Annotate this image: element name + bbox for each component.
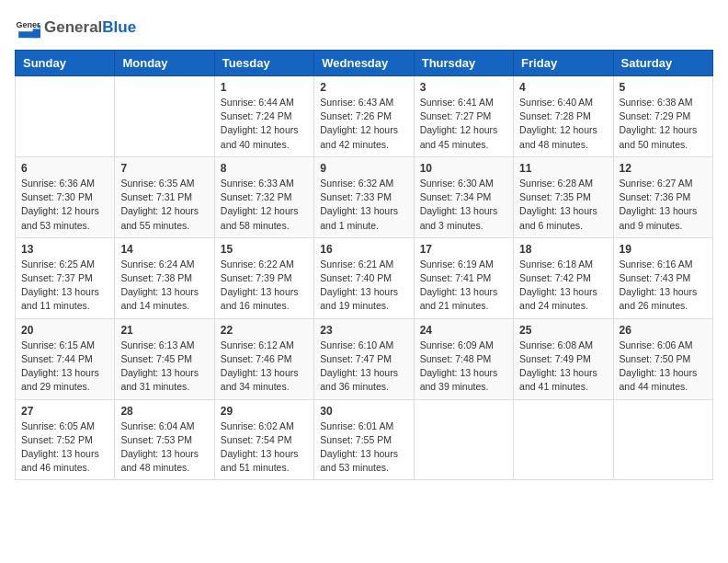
day-number: 27	[21, 405, 108, 418]
day-number: 10	[420, 162, 507, 175]
day-info: Sunrise: 6:16 AM Sunset: 7:43 PM Dayligh…	[620, 258, 707, 314]
calendar-day-header: Monday	[115, 51, 214, 76]
day-number: 21	[120, 324, 208, 337]
day-info: Sunrise: 6:08 AM Sunset: 7:49 PM Dayligh…	[519, 339, 607, 395]
day-info: Sunrise: 6:38 AM Sunset: 7:29 PM Dayligh…	[620, 96, 707, 152]
day-number: 1	[221, 81, 308, 94]
day-number: 7	[120, 162, 208, 175]
calendar-day-cell: 24Sunrise: 6:09 AM Sunset: 7:48 PM Dayli…	[414, 318, 513, 399]
day-info: Sunrise: 6:24 AM Sunset: 7:38 PM Dayligh…	[120, 258, 208, 314]
day-number: 12	[620, 162, 707, 175]
day-number: 25	[519, 324, 607, 337]
calendar-day-cell: 16Sunrise: 6:21 AM Sunset: 7:40 PM Dayli…	[314, 237, 414, 318]
day-number: 4	[519, 81, 607, 94]
day-info: Sunrise: 6:22 AM Sunset: 7:39 PM Dayligh…	[221, 258, 308, 314]
calendar-day-cell: 17Sunrise: 6:19 AM Sunset: 7:41 PM Dayli…	[414, 237, 513, 318]
calendar-day-cell: 1Sunrise: 6:44 AM Sunset: 7:24 PM Daylig…	[214, 76, 313, 157]
day-info: Sunrise: 6:10 AM Sunset: 7:47 PM Dayligh…	[320, 339, 407, 395]
calendar-day-header: Wednesday	[314, 51, 414, 76]
day-info: Sunrise: 6:15 AM Sunset: 7:44 PM Dayligh…	[21, 339, 108, 395]
calendar-week-row: 6Sunrise: 6:36 AM Sunset: 7:30 PM Daylig…	[16, 156, 713, 237]
day-info: Sunrise: 6:43 AM Sunset: 7:26 PM Dayligh…	[320, 96, 407, 152]
calendar-day-cell: 8Sunrise: 6:33 AM Sunset: 7:32 PM Daylig…	[214, 156, 313, 237]
day-info: Sunrise: 6:35 AM Sunset: 7:31 PM Dayligh…	[120, 177, 208, 233]
day-number: 16	[320, 243, 407, 256]
calendar-day-cell	[16, 76, 115, 157]
day-info: Sunrise: 6:01 AM Sunset: 7:55 PM Dayligh…	[320, 419, 407, 476]
day-info: Sunrise: 6:36 AM Sunset: 7:30 PM Dayligh…	[21, 177, 108, 233]
day-number: 6	[21, 162, 108, 175]
day-info: Sunrise: 6:30 AM Sunset: 7:34 PM Dayligh…	[420, 177, 507, 233]
day-info: Sunrise: 6:33 AM Sunset: 7:32 PM Dayligh…	[221, 177, 308, 233]
calendar-day-cell: 2Sunrise: 6:43 AM Sunset: 7:26 PM Daylig…	[314, 76, 414, 157]
calendar-week-row: 13Sunrise: 6:25 AM Sunset: 7:37 PM Dayli…	[16, 237, 713, 318]
calendar-week-row: 20Sunrise: 6:15 AM Sunset: 7:44 PM Dayli…	[16, 318, 713, 399]
calendar-header-row: SundayMondayTuesdayWednesdayThursdayFrid…	[16, 51, 713, 76]
svg-marker-2	[33, 29, 40, 38]
day-info: Sunrise: 6:04 AM Sunset: 7:53 PM Dayligh…	[120, 419, 208, 476]
calendar-day-cell: 23Sunrise: 6:10 AM Sunset: 7:47 PM Dayli…	[314, 318, 414, 399]
day-number: 3	[420, 81, 507, 94]
day-info: Sunrise: 6:12 AM Sunset: 7:46 PM Dayligh…	[221, 339, 308, 395]
day-number: 17	[420, 243, 507, 256]
day-info: Sunrise: 6:41 AM Sunset: 7:27 PM Dayligh…	[420, 96, 507, 152]
day-number: 19	[620, 243, 707, 256]
day-info: Sunrise: 6:02 AM Sunset: 7:54 PM Dayligh…	[221, 419, 308, 476]
calendar-day-cell: 22Sunrise: 6:12 AM Sunset: 7:46 PM Dayli…	[214, 318, 313, 399]
day-number: 20	[21, 324, 108, 337]
calendar-day-cell: 28Sunrise: 6:04 AM Sunset: 7:53 PM Dayli…	[115, 399, 214, 480]
day-number: 9	[320, 162, 407, 175]
day-info: Sunrise: 6:13 AM Sunset: 7:45 PM Dayligh…	[120, 339, 208, 395]
calendar-day-header: Tuesday	[214, 51, 313, 76]
day-info: Sunrise: 6:05 AM Sunset: 7:52 PM Dayligh…	[21, 419, 108, 476]
calendar-day-header: Thursday	[414, 51, 513, 76]
day-info: Sunrise: 6:44 AM Sunset: 7:24 PM Dayligh…	[221, 96, 308, 152]
calendar-day-cell: 25Sunrise: 6:08 AM Sunset: 7:49 PM Dayli…	[514, 318, 613, 399]
day-info: Sunrise: 6:09 AM Sunset: 7:48 PM Dayligh…	[420, 339, 507, 395]
day-number: 8	[221, 162, 308, 175]
day-number: 14	[120, 243, 208, 256]
day-info: Sunrise: 6:27 AM Sunset: 7:36 PM Dayligh…	[620, 177, 707, 233]
calendar-week-row: 1Sunrise: 6:44 AM Sunset: 7:24 PM Daylig…	[16, 76, 713, 157]
day-info: Sunrise: 6:18 AM Sunset: 7:42 PM Dayligh…	[519, 258, 607, 314]
calendar-week-row: 27Sunrise: 6:05 AM Sunset: 7:52 PM Dayli…	[16, 399, 713, 480]
day-info: Sunrise: 6:32 AM Sunset: 7:33 PM Dayligh…	[320, 177, 407, 233]
day-info: Sunrise: 6:21 AM Sunset: 7:40 PM Dayligh…	[320, 258, 407, 314]
calendar-table: SundayMondayTuesdayWednesdayThursdayFrid…	[15, 50, 713, 480]
day-number: 15	[221, 243, 308, 256]
calendar-day-cell: 19Sunrise: 6:16 AM Sunset: 7:43 PM Dayli…	[613, 237, 712, 318]
day-number: 5	[620, 81, 707, 94]
calendar-day-cell: 6Sunrise: 6:36 AM Sunset: 7:30 PM Daylig…	[16, 156, 115, 237]
logo: General General Blue	[15, 15, 136, 40]
calendar-day-cell: 7Sunrise: 6:35 AM Sunset: 7:31 PM Daylig…	[115, 156, 214, 237]
page-header: General General Blue	[15, 15, 713, 40]
logo-general: General	[44, 18, 102, 37]
calendar-day-cell: 4Sunrise: 6:40 AM Sunset: 7:28 PM Daylig…	[514, 76, 613, 157]
calendar-day-cell: 5Sunrise: 6:38 AM Sunset: 7:29 PM Daylig…	[613, 76, 712, 157]
calendar-day-cell: 15Sunrise: 6:22 AM Sunset: 7:39 PM Dayli…	[214, 237, 313, 318]
day-number: 29	[221, 405, 308, 418]
calendar-day-cell: 12Sunrise: 6:27 AM Sunset: 7:36 PM Dayli…	[613, 156, 712, 237]
day-info: Sunrise: 6:06 AM Sunset: 7:50 PM Dayligh…	[620, 339, 707, 395]
calendar-day-cell: 18Sunrise: 6:18 AM Sunset: 7:42 PM Dayli…	[514, 237, 613, 318]
day-info: Sunrise: 6:25 AM Sunset: 7:37 PM Dayligh…	[21, 258, 108, 314]
calendar-day-header: Friday	[514, 51, 613, 76]
calendar-day-header: Saturday	[613, 51, 712, 76]
calendar-day-cell: 27Sunrise: 6:05 AM Sunset: 7:52 PM Dayli…	[16, 399, 115, 480]
day-number: 26	[620, 324, 707, 337]
logo-blue: Blue	[102, 18, 136, 37]
calendar-day-cell: 14Sunrise: 6:24 AM Sunset: 7:38 PM Dayli…	[115, 237, 214, 318]
calendar-day-cell	[414, 399, 513, 480]
calendar-day-cell	[613, 399, 712, 480]
day-number: 13	[21, 243, 108, 256]
day-info: Sunrise: 6:19 AM Sunset: 7:41 PM Dayligh…	[420, 258, 507, 314]
day-number: 24	[420, 324, 507, 337]
svg-text:General: General	[16, 20, 40, 29]
logo-icon: General	[15, 15, 40, 40]
calendar-day-cell: 3Sunrise: 6:41 AM Sunset: 7:27 PM Daylig…	[414, 76, 513, 157]
calendar-day-cell	[115, 76, 214, 157]
calendar-day-cell: 26Sunrise: 6:06 AM Sunset: 7:50 PM Dayli…	[613, 318, 712, 399]
day-number: 2	[320, 81, 407, 94]
calendar-day-cell	[514, 399, 613, 480]
day-number: 18	[519, 243, 607, 256]
